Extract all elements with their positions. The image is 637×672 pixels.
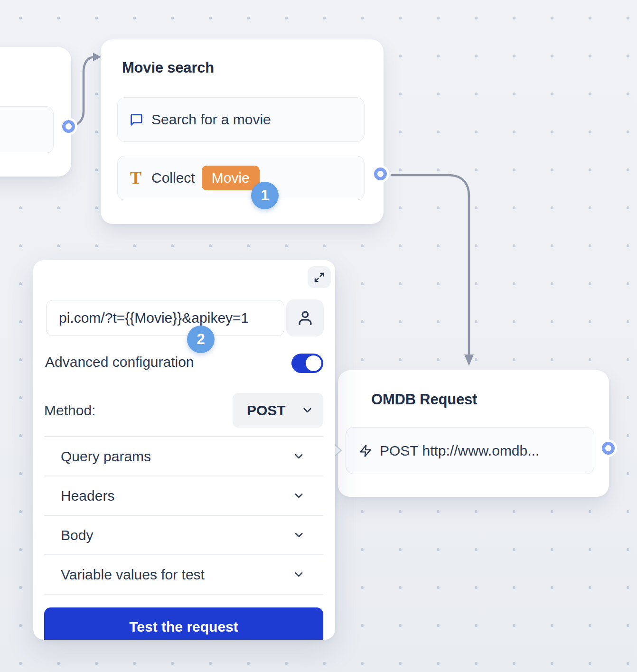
section-variable-values[interactable]: Variable values for test [44, 555, 323, 594]
test-request-button[interactable]: Test the request [44, 607, 323, 640]
method-label: Method: [44, 402, 95, 419]
omdb-node-output-port[interactable] [602, 442, 615, 455]
output-port[interactable] [62, 120, 75, 133]
webhook-url-input[interactable]: pi.com/?t={{Movie}}&apikey=1 [46, 300, 284, 336]
webhook-url-value: pi.com/?t={{Movie}}&apikey=1 [59, 310, 249, 326]
connector-movie-to-omdb [392, 175, 469, 355]
movie-search-node[interactable]: Movie search Search for a movie T Collec… [101, 39, 384, 224]
movie-node-output-port[interactable] [374, 168, 387, 180]
partial-node-row[interactable] [0, 106, 54, 153]
omdb-request-node[interactable]: OMDB Request POST http://www.omdb... [338, 370, 609, 497]
step-1-badge: 1 [251, 182, 279, 209]
flow-canvas[interactable]: Movie search Search for a movie T Collec… [0, 0, 637, 672]
section-label: Variable values for test [61, 567, 205, 583]
user-variable-button[interactable] [286, 299, 324, 336]
lightning-icon [359, 444, 372, 457]
section-label: Query params [61, 448, 151, 465]
block-webhook-post[interactable]: POST http://www.omdb... [346, 427, 594, 474]
advanced-configuration-toggle[interactable] [291, 354, 323, 373]
block-label: Collect [151, 170, 195, 186]
block-collect-movie[interactable]: T Collect Movie [117, 156, 365, 200]
chevron-down-icon [301, 404, 314, 417]
chevron-down-icon [292, 450, 305, 463]
test-request-label: Test the request [129, 619, 238, 635]
divider [44, 594, 323, 595]
variable-badge-movie[interactable]: Movie [202, 166, 260, 190]
chevron-down-icon [292, 568, 305, 581]
node-title: OMDB Request [371, 391, 477, 408]
chevron-down-icon [292, 529, 305, 541]
chevron-down-icon [292, 489, 305, 502]
webhook-config-panel: pi.com/?t={{Movie}}&apikey=1 2 Advanced … [33, 260, 335, 640]
section-query-params[interactable]: Query params [44, 437, 323, 476]
block-label: Search for a movie [151, 112, 271, 128]
node-title: Movie search [122, 59, 214, 76]
partial-node-card[interactable] [0, 47, 71, 177]
method-select[interactable]: POST [233, 393, 323, 428]
connector-left-to-movie [72, 57, 94, 126]
advanced-configuration-label: Advanced configuration [45, 354, 194, 370]
method-value: POST [247, 402, 286, 419]
expand-panel-button[interactable] [308, 266, 331, 288]
section-label: Body [61, 527, 93, 543]
connector-arrowhead-right [93, 53, 101, 61]
person-icon [296, 309, 314, 327]
connector-arrowhead-down [464, 355, 474, 366]
section-label: Headers [61, 488, 114, 504]
text-format-icon: T [130, 169, 142, 187]
chat-bubble-icon [130, 113, 143, 127]
expand-icon [314, 272, 325, 283]
block-label: POST http://www.omdb... [380, 443, 539, 459]
block-search-for-a-movie[interactable]: Search for a movie [117, 97, 365, 142]
toggle-knob [306, 355, 321, 371]
step-2-badge: 2 [187, 326, 215, 353]
section-headers[interactable]: Headers [44, 476, 323, 515]
section-body[interactable]: Body [44, 515, 323, 555]
